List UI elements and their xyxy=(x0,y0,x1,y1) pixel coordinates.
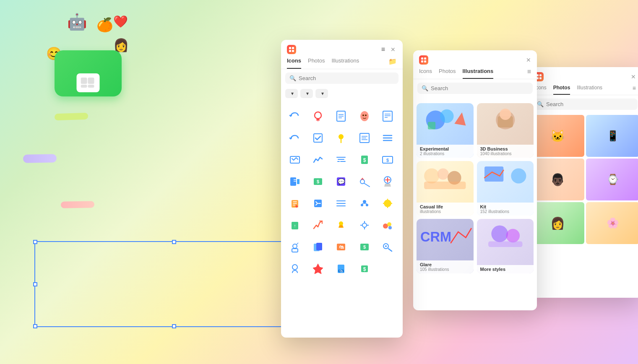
icon-cell[interactable] xyxy=(307,106,328,127)
icon-cell[interactable]: $ xyxy=(354,149,375,170)
icon-cell[interactable] xyxy=(331,193,352,214)
icon-cell[interactable]: $ xyxy=(377,149,398,170)
style-filter-button[interactable]: ▾ xyxy=(285,89,298,98)
photo-cell-6[interactable]: 🌸 xyxy=(586,202,638,244)
handle-top-left[interactable] xyxy=(33,240,37,244)
photo-cell-3[interactable]: 👨🏿 xyxy=(531,159,584,200)
illus-card-kit[interactable]: Kit 152 illustrations xyxy=(477,161,534,216)
icon-cell[interactable] xyxy=(307,258,328,279)
menu-icon[interactable]: ≡ xyxy=(381,46,385,53)
icon-cell[interactable] xyxy=(354,106,375,127)
icon-cell[interactable] xyxy=(307,149,328,170)
illus-card-casual-life[interactable]: Casual life illustrations xyxy=(417,161,474,216)
icon-cell[interactable]: 🛍 xyxy=(331,258,352,279)
svg-rect-85 xyxy=(316,243,322,250)
icon-cell[interactable] xyxy=(284,237,305,257)
svg-rect-102 xyxy=(424,60,426,62)
icon-cell[interactable] xyxy=(377,193,398,214)
folder-icon[interactable]: 📁 xyxy=(388,57,397,69)
illus-card-crm[interactable]: CRM Glare 105 illustrations xyxy=(417,219,474,273)
icon-cell[interactable] xyxy=(377,215,398,236)
green-app-box xyxy=(55,50,122,96)
illus-card-name-5: Glare xyxy=(420,262,470,267)
icon-cell[interactable]: 🛍 xyxy=(331,237,352,257)
svg-line-47 xyxy=(364,183,370,187)
svg-text:$: $ xyxy=(386,158,389,163)
photo-cell-2[interactable]: 📱 xyxy=(586,115,638,157)
menu-icon-photos[interactable]: ≡ xyxy=(633,85,636,95)
svg-rect-17 xyxy=(383,111,392,121)
tab-illus-photos[interactable]: Illustrations xyxy=(577,85,602,95)
svg-point-110 xyxy=(424,168,439,183)
icon-cell[interactable] xyxy=(377,237,398,257)
svg-rect-113 xyxy=(424,182,466,189)
icon-cell[interactable]: $ xyxy=(354,258,375,279)
icon-cell[interactable]: 💬 xyxy=(331,171,352,192)
search-input[interactable] xyxy=(299,75,394,81)
tab-photos[interactable]: Photos xyxy=(308,57,325,69)
menu-icon-illus[interactable]: ≡ xyxy=(527,68,531,79)
illustrations-label xyxy=(23,154,57,163)
photo-cell-1[interactable]: 🐱 xyxy=(531,115,584,157)
icon-cell[interactable]: ↑ xyxy=(284,215,305,236)
illus-card-3d-business[interactable]: 3D Business 1040 illustrations xyxy=(477,103,534,158)
handle-mid-left[interactable] xyxy=(33,282,37,286)
icon-cell[interactable] xyxy=(331,149,352,170)
filter-bar: ▾ ▾ ▾ xyxy=(281,87,403,100)
photo-cell-5[interactable]: 👩 xyxy=(531,202,584,244)
icon-cell[interactable] xyxy=(307,215,328,236)
icon-cell[interactable] xyxy=(354,171,375,192)
search-input-photos[interactable] xyxy=(546,101,633,107)
illus-card-extra[interactable]: More styles xyxy=(477,219,534,273)
svg-rect-119 xyxy=(488,242,522,247)
close-button-photos[interactable]: ✕ xyxy=(631,73,636,80)
selection-rectangle xyxy=(34,241,313,327)
chevron-down-icon: ▾ xyxy=(291,91,294,96)
handle-top-mid[interactable] xyxy=(172,240,176,244)
tab-illustrations[interactable]: Illustrations xyxy=(331,57,359,69)
svg-point-73 xyxy=(362,223,367,227)
handle-bottom-left[interactable] xyxy=(33,324,37,328)
tab-icons[interactable]: Icons xyxy=(287,57,301,69)
icon-cell[interactable]: $ xyxy=(307,171,328,192)
handle-bottom-mid[interactable] xyxy=(172,324,176,328)
tab-photos-illus[interactable]: Photos xyxy=(439,68,456,79)
size-filter-button[interactable]: ▾ xyxy=(300,89,313,98)
svg-point-80 xyxy=(388,226,392,229)
search-input-illus[interactable] xyxy=(431,85,529,91)
icon-cell[interactable]: $ xyxy=(354,237,375,257)
search-icon-photos: 🔍 xyxy=(537,101,544,107)
icon-cell[interactable] xyxy=(307,127,328,148)
icon-cell[interactable] xyxy=(377,171,398,192)
icon-cell[interactable] xyxy=(307,193,328,214)
plugin-logo xyxy=(287,45,299,54)
illus-card-experimental[interactable]: Experimental 2 illustrations xyxy=(417,103,474,158)
icon-cell[interactable] xyxy=(284,258,305,279)
close-button[interactable]: ✕ xyxy=(389,46,397,53)
photo-cell-4[interactable]: ⌚ xyxy=(586,159,638,200)
search-bar-photos: 🔍 xyxy=(533,99,638,110)
icon-cell[interactable] xyxy=(307,237,328,257)
icon-cell[interactable] xyxy=(331,215,352,236)
icon-cell[interactable] xyxy=(331,106,352,127)
svg-rect-106 xyxy=(428,122,435,130)
icon-cell[interactable] xyxy=(377,127,398,148)
tab-icons-illus[interactable]: Icons xyxy=(419,68,432,79)
icon-cell[interactable] xyxy=(284,106,305,127)
illus-card-count-2: 1040 illustrations xyxy=(480,151,531,156)
icon-cell[interactable] xyxy=(284,193,305,214)
icon-cell[interactable] xyxy=(284,149,305,170)
icon-cell[interactable] xyxy=(284,171,305,192)
icon-cell[interactable] xyxy=(354,127,375,148)
icon-cell[interactable] xyxy=(331,127,352,148)
illus-card-count-4: 152 illustrations xyxy=(480,209,531,214)
icon-cell[interactable] xyxy=(377,106,398,127)
format-filter-button[interactable]: ▾ xyxy=(315,89,328,98)
tab-illustrations-illus[interactable]: Illustrations xyxy=(463,68,494,79)
svg-text:🛍: 🛍 xyxy=(339,244,344,250)
tab-photos-active[interactable]: Photos xyxy=(553,85,570,95)
icon-cell[interactable] xyxy=(284,127,305,148)
icon-cell[interactable] xyxy=(354,215,375,236)
close-button-illus[interactable]: ✕ xyxy=(526,57,531,63)
icon-cell[interactable] xyxy=(354,193,375,214)
